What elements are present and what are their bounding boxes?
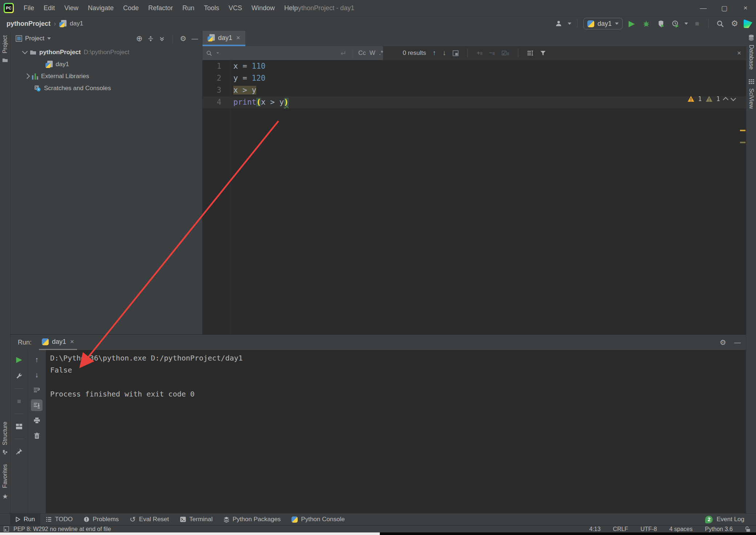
- clear-console-trash-icon[interactable]: [31, 430, 43, 442]
- pin-tab-icon[interactable]: [13, 446, 25, 457]
- select-all-occurrences-icon[interactable]: [453, 50, 459, 56]
- debug-icon[interactable]: [641, 18, 652, 29]
- search-everywhere-icon[interactable]: [715, 18, 725, 29]
- breadcrumb-project[interactable]: pythonProject: [7, 20, 51, 28]
- menu-window[interactable]: Window: [247, 0, 280, 16]
- tool-stripe-favorites[interactable]: Favorites: [2, 464, 8, 488]
- filter-funnel-icon[interactable]: [540, 50, 546, 56]
- scrollbar-warning-mark[interactable]: [740, 130, 745, 131]
- scrollbar-weak-warning-mark[interactable]: [740, 142, 745, 143]
- hide-panel-icon[interactable]: —: [192, 35, 198, 43]
- run-console-output[interactable]: D:\Python36\python.exe D:/pythonProject/…: [46, 350, 746, 513]
- taskbar-sliver-dark: [380, 532, 756, 535]
- run-configuration-select[interactable]: day1: [583, 18, 623, 29]
- profiler-dropdown-icon[interactable]: [684, 23, 688, 25]
- line-separator[interactable]: CRLF: [613, 526, 628, 532]
- status-message[interactable]: PEP 8: W292 no newline at end of file: [13, 526, 111, 532]
- chevron-expanded-icon[interactable]: [22, 49, 28, 55]
- editor-tab-day1[interactable]: day1 ×: [202, 31, 245, 46]
- find-input[interactable]: [223, 48, 337, 58]
- tab-close-icon[interactable]: ×: [236, 34, 240, 42]
- tree-item-scratches[interactable]: Scratches and Consoles: [11, 82, 202, 94]
- regex-toggle[interactable]: .*: [379, 49, 383, 57]
- restore-layout-icon[interactable]: [13, 421, 25, 432]
- project-view-icon: [16, 35, 22, 42]
- run-settings-wrench-icon[interactable]: [13, 370, 25, 382]
- chevron-collapsed-icon[interactable]: [24, 73, 30, 79]
- collapse-all-icon[interactable]: [159, 36, 165, 42]
- toolbar-python-console-button[interactable]: Python Console: [286, 514, 350, 526]
- toolbar-eval-reset-button[interactable]: ↺ Eval Reset: [124, 514, 174, 526]
- project-view-dropdown-icon[interactable]: [47, 37, 51, 40]
- previous-issue-icon[interactable]: [723, 97, 729, 102]
- down-stack-trace-icon[interactable]: ↓: [31, 369, 43, 381]
- toolbox-plugin-icon[interactable]: [744, 19, 752, 28]
- maximize-button[interactable]: ▢: [714, 0, 735, 16]
- print-icon[interactable]: [31, 415, 43, 426]
- search-history-dropdown-icon[interactable]: [217, 52, 219, 54]
- menu-vcs[interactable]: VCS: [224, 0, 247, 16]
- expand-collapse-icon[interactable]: [148, 36, 154, 42]
- settings-gear-icon[interactable]: ⚙: [729, 18, 740, 29]
- toolbar-python-packages-button[interactable]: Python Packages: [218, 514, 286, 526]
- menu-navigate[interactable]: Navigate: [83, 0, 118, 16]
- tree-item-external-libraries[interactable]: External Libraries: [11, 70, 202, 82]
- profiler-icon[interactable]: [670, 18, 681, 29]
- rerun-button[interactable]: ▶: [13, 354, 25, 365]
- search-icon[interactable]: [206, 50, 212, 56]
- menu-file[interactable]: File: [19, 0, 39, 16]
- menu-edit[interactable]: Edit: [39, 0, 60, 16]
- tool-stripe-structure[interactable]: Structure: [2, 422, 8, 445]
- tool-window-toggle-icon[interactable]: [4, 526, 9, 532]
- filter-lines-icon[interactable]: [527, 50, 534, 56]
- up-stack-trace-icon[interactable]: ↑: [31, 354, 43, 365]
- tree-item-label: day1: [56, 61, 69, 68]
- file-encoding[interactable]: UTF-8: [640, 526, 657, 532]
- user-dropdown-icon[interactable]: [568, 23, 571, 25]
- tree-item-project-root[interactable]: pythonProject D:\pythonProject: [11, 46, 202, 58]
- next-occurrence-icon[interactable]: ↓: [443, 49, 446, 57]
- newline-icon[interactable]: ↵: [341, 49, 346, 57]
- caret-position[interactable]: 4:13: [589, 526, 600, 532]
- run-tab-day1[interactable]: day1 ×: [39, 335, 77, 350]
- match-case-toggle[interactable]: Cc: [358, 49, 366, 57]
- python-interpreter[interactable]: Python 3.6: [705, 526, 733, 532]
- whole-words-toggle[interactable]: W: [370, 49, 375, 57]
- menu-view[interactable]: View: [60, 0, 83, 16]
- tool-stripe-sciview[interactable]: SciView: [748, 88, 755, 109]
- toolbar-run-button[interactable]: Run: [10, 514, 40, 526]
- menu-refactor[interactable]: Refactor: [144, 0, 178, 16]
- locate-file-icon[interactable]: ⊕: [136, 34, 142, 43]
- inspections-widget[interactable]: 1 1: [687, 95, 736, 102]
- hide-run-panel-icon[interactable]: —: [734, 339, 741, 346]
- indent-style[interactable]: 4 spaces: [669, 526, 692, 532]
- scroll-to-end-icon[interactable]: [31, 399, 43, 411]
- soft-wrap-icon[interactable]: [31, 384, 43, 396]
- close-button[interactable]: ×: [735, 0, 756, 16]
- panel-settings-gear-icon[interactable]: ⚙: [180, 34, 186, 43]
- run-panel-settings-gear-icon[interactable]: ⚙: [720, 338, 726, 347]
- tool-stripe-project[interactable]: Project: [2, 35, 8, 53]
- find-close-icon[interactable]: ×: [737, 49, 741, 57]
- user-icon[interactable]: [553, 18, 564, 29]
- code-editor[interactable]: 1 x = 110 2 y = 120 3 x > y 4 print(x > …: [202, 60, 746, 335]
- event-log-button[interactable]: 2 Event Log: [705, 516, 744, 523]
- toolbar-problems-button[interactable]: Problems: [78, 514, 124, 526]
- tool-stripe-database[interactable]: Database: [748, 45, 755, 70]
- coverage-icon[interactable]: [655, 18, 666, 29]
- previous-occurrence-icon[interactable]: ↑: [433, 49, 436, 57]
- minimize-button[interactable]: —: [693, 0, 714, 16]
- tree-item-day1[interactable]: day1: [11, 58, 202, 70]
- breadcrumb-file[interactable]: day1: [70, 20, 83, 27]
- project-panel-title[interactable]: Project: [25, 35, 44, 42]
- menu-tools[interactable]: Tools: [199, 0, 224, 16]
- run-button[interactable]: ▶: [626, 18, 637, 29]
- toolbar-terminal-button[interactable]: Terminal: [174, 514, 218, 526]
- menu-run[interactable]: Run: [178, 0, 199, 16]
- next-issue-icon[interactable]: [731, 95, 736, 101]
- run-tab-close-icon[interactable]: ×: [70, 338, 74, 346]
- weak-warning-icon: [705, 96, 713, 102]
- unlocked-padlock-icon[interactable]: [745, 526, 750, 532]
- toolbar-todo-button[interactable]: TODO: [40, 514, 78, 526]
- menu-code[interactable]: Code: [118, 0, 144, 16]
